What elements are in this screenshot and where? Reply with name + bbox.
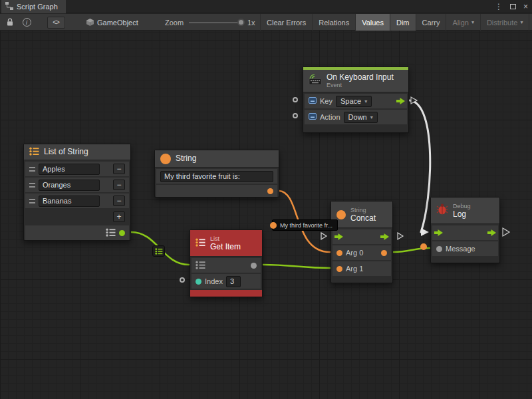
list-output-row [25, 225, 129, 240]
script-graph-icon [5, 2, 13, 11]
drag-handle-icon[interactable] [29, 199, 35, 203]
carry-button[interactable]: Carry [416, 14, 446, 31]
node-title: String [176, 154, 196, 163]
window-maximize-icon[interactable] [510, 4, 516, 9]
arg1-input-port[interactable] [336, 266, 342, 272]
index-row: Index 3 [192, 274, 261, 289]
list-input-port[interactable] [196, 261, 205, 271]
distribute-button[interactable]: Distribute▾ [480, 14, 529, 31]
drag-handle-icon[interactable] [29, 183, 35, 188]
add-item-button[interactable]: + [113, 211, 125, 222]
remove-item-button[interactable]: − [113, 180, 125, 190]
gameobject-label: GameObject [97, 19, 138, 27]
keyboard-icon [309, 74, 322, 88]
flow-input-port[interactable] [434, 229, 443, 237]
window-menu-icon[interactable]: ⋮ [495, 2, 503, 11]
graph-toolbar: i <> GameObject Zoom 1x Clear Errors Rel… [0, 14, 532, 31]
flow-input-port[interactable] [334, 233, 343, 241]
selection-accent-bar [190, 290, 262, 297]
list-item-field[interactable]: Apples [39, 164, 100, 175]
overview-button[interactable]: Overv [529, 14, 532, 31]
message-input-port[interactable] [436, 246, 442, 252]
chevron-down-icon: ▾ [520, 19, 523, 25]
remove-item-button[interactable]: − [113, 164, 125, 174]
node-category: List [210, 235, 241, 243]
index-input-port[interactable] [196, 279, 201, 285]
value-bubble [270, 222, 277, 229]
item-output-port[interactable] [251, 263, 257, 269]
string-type-icon [160, 154, 171, 164]
remove-item-button[interactable]: − [113, 196, 125, 206]
list-item-row: Bananas − [25, 194, 129, 208]
keycap-icon [309, 96, 317, 106]
chevron-down-icon: ▾ [471, 19, 474, 25]
chevron-down-icon: ▾ [364, 98, 367, 104]
dim-button[interactable]: Dim [390, 14, 416, 31]
index-label: Index [205, 277, 223, 285]
chevron-down-icon: ▾ [370, 114, 373, 120]
index-field[interactable]: 3 [226, 276, 241, 287]
debug-log-node[interactable]: Debug Log Message [430, 197, 500, 263]
get-item-node[interactable]: List Get Item Index 3 [190, 229, 263, 297]
lock-button[interactable] [3, 14, 17, 31]
key-dropdown[interactable]: Space▾ [336, 96, 372, 107]
list-icon [29, 146, 39, 158]
node-title: Concat [350, 214, 376, 223]
plus-icon: + [116, 212, 121, 221]
list-item-field[interactable]: Oranges [39, 180, 100, 191]
arg0-input-port[interactable] [336, 250, 342, 256]
list-value-bubble [152, 245, 165, 257]
zoom-label: Zoom [165, 14, 184, 31]
string-literal-node[interactable]: String My third favorite fruit is: [154, 150, 279, 198]
concat-node[interactable]: String Concat Arg 0 Arg 1 [331, 201, 393, 283]
arg0-label: Arg 0 [346, 249, 363, 257]
node-title: On Keyboard Input [327, 73, 394, 82]
keycap-icon [309, 112, 317, 122]
list-icon [196, 237, 205, 249]
flow-row [332, 229, 391, 244]
code-view-button[interactable]: <> [47, 14, 65, 31]
node-subtitle: Event [327, 82, 394, 89]
string-type-icon [336, 210, 346, 219]
window-close-icon[interactable]: × [523, 2, 528, 11]
info-icon: i [23, 18, 31, 27]
node-title: List of String [44, 148, 88, 156]
align-button[interactable]: Align▾ [446, 14, 479, 31]
arg1-label: Arg 1 [346, 265, 363, 273]
action-dropdown[interactable]: Down▾ [344, 112, 378, 123]
string-value-field[interactable]: My third favorite fruit is: [160, 171, 273, 182]
gameobject-cube-icon [86, 19, 94, 26]
list-item-field[interactable]: Bananas [39, 196, 100, 207]
values-button[interactable]: Values [355, 14, 390, 31]
on-keyboard-input-node[interactable]: On Keyboard Input Event Key Space▾ Actio… [303, 66, 409, 133]
action-row: Action Down▾ [305, 110, 407, 124]
flow-output-port[interactable] [396, 98, 405, 106]
flow-output-port[interactable] [487, 229, 496, 237]
drag-handle-icon[interactable] [29, 167, 35, 172]
list-icon [155, 248, 163, 255]
arg0-row: Arg 0 [332, 245, 391, 260]
info-button[interactable]: i [20, 14, 33, 31]
list-output-port[interactable] [119, 230, 125, 236]
zoom-value: 1x [247, 14, 255, 31]
list-item-row: Oranges − [25, 178, 129, 192]
gameobject-selector[interactable]: GameObject [86, 14, 138, 31]
string-output-port[interactable] [267, 188, 273, 194]
window-titlebar: Script Graph ⋮ × [0, 0, 532, 13]
tab-script-graph[interactable]: Script Graph [1, 0, 66, 13]
result-output-port[interactable] [381, 250, 387, 256]
list-of-string-node[interactable]: List of String Apples − Oranges − Banana… [23, 144, 131, 241]
zoom-slider[interactable] [189, 22, 242, 23]
unconnected-port[interactable] [293, 113, 298, 118]
unconnected-port[interactable] [180, 277, 185, 283]
flow-output-port[interactable] [380, 233, 389, 241]
relations-button[interactable]: Relations [312, 14, 355, 31]
minus-icon: − [116, 164, 121, 174]
value-bubble [420, 243, 427, 250]
string-output-row [156, 185, 277, 197]
unconnected-port[interactable] [293, 97, 298, 102]
clear-errors-button[interactable]: Clear Errors [260, 14, 312, 31]
value-tooltip: My third favorite fr... [272, 219, 338, 231]
action-label: Action [320, 113, 340, 121]
zoom-slider-knob[interactable] [237, 19, 245, 26]
